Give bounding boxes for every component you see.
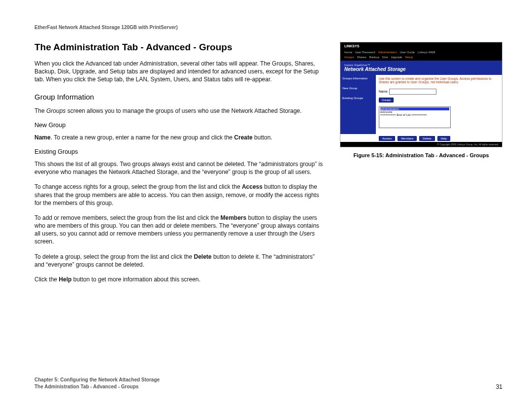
subtab-disk: Disk (382, 56, 388, 59)
tab-user-password: User Password (355, 51, 375, 54)
figure-screenshot: LINKSYS Home User Password Administratio… (340, 42, 502, 147)
figure-listbox: administrators everyone ========= End of… (379, 106, 451, 128)
figure-name-input (389, 89, 436, 95)
text: Click the (34, 276, 59, 283)
sidebar-existing-groups: Existing Groups (342, 97, 374, 100)
figure-bottom-buttons: Access Members Delete Help (340, 134, 502, 142)
new-group-paragraph: Name. To create a new group, enter a nam… (34, 134, 325, 141)
figure-column: LINKSYS Home User Password Administratio… (340, 42, 502, 158)
figure-sub-tabs: Groups Shares Backup Disk Upgrade Setup (340, 55, 502, 61)
subtab-groups: Groups (344, 56, 354, 59)
groups-italic: Groups (46, 107, 66, 114)
text: The (34, 107, 46, 114)
delete-bold: Delete (194, 253, 212, 260)
page-footer: Chapter 5: Configuring the Network Attac… (34, 377, 502, 390)
sidebar-groups-information: Groups Information (342, 77, 374, 80)
product-header: EtherFast Network Attached Storage 120GB… (34, 25, 502, 30)
subtab-shares: Shares (357, 56, 366, 59)
tab-linksys-web: Linksys WEB (418, 51, 435, 54)
figure-create-button: Create (379, 98, 394, 103)
tab-user-guide: User Guide (400, 51, 415, 54)
existing-paragraph-1: This shows the list of all groups. Two g… (34, 160, 325, 176)
figure-help-button: Help (437, 136, 450, 141)
intro-paragraph: When you click the Advanced tab under Ad… (34, 60, 325, 84)
figure-delete-button: Delete (419, 136, 434, 141)
figure-hero: Instant GigaDrive™ Network Attached Stor… (340, 61, 502, 75)
subtab-backup: Backup (369, 56, 379, 59)
figure-top-tabs: Home User Password Administration User G… (340, 50, 502, 55)
sidebar-new-group: New Group (342, 87, 374, 90)
text: screen. (34, 238, 54, 245)
text: To delete a group, select the group from… (34, 253, 194, 260)
section-group-info: Group Information (34, 93, 325, 101)
text: button to get more information about thi… (71, 276, 200, 283)
help-paragraph: Click the Help button to get more inform… (34, 275, 325, 283)
subtab-upgrade: Upgrade (391, 56, 402, 59)
text: . To create a new group, enter a name fo… (51, 134, 234, 141)
users-italic: Users (299, 230, 315, 237)
figure-sidebar: Groups Information New Group Existing Gr… (340, 75, 376, 134)
existing-paragraph-4: To delete a group, select the group from… (34, 253, 325, 269)
figure-access-button: Access (379, 136, 395, 141)
members-bold: Members (221, 214, 247, 221)
list-item-end: ========= End of List ========= (380, 113, 449, 116)
page-number: 31 (496, 383, 502, 390)
existing-paragraph-2: To change access rights for a group, sel… (34, 183, 325, 207)
hero-big: Network Attached Storage (344, 67, 498, 72)
subsection-new-group: New Group (34, 122, 325, 129)
tab-administration: Administration (378, 51, 397, 54)
figure-caption: Figure 5-15: Administration Tab - Advanc… (340, 152, 502, 158)
figure-name-label: Name: (379, 90, 388, 93)
figure-brand: LINKSYS (344, 44, 359, 48)
existing-paragraph-3: To add or remove members, select the gro… (34, 214, 325, 246)
main-column: The Administration Tab - Advanced - Grou… (34, 42, 325, 290)
text: To add or remove members, select the gro… (34, 214, 221, 221)
figure-copyright: © Copyright 2003 Linksys Group, Inc. All… (340, 142, 502, 147)
figure-main: Use this screen to create and organize t… (376, 75, 502, 134)
figure-hint-text: Use this screen to create and organize t… (379, 77, 499, 84)
text: To change access rights for a group, sel… (34, 183, 242, 190)
footer-chapter: Chapter 5: Configuring the Network Attac… (34, 377, 160, 383)
text: screen allows you to manage the groups o… (66, 107, 301, 114)
group-info-paragraph: The Groups screen allows you to manage t… (34, 107, 325, 115)
name-bold: Name (34, 134, 51, 141)
access-bold: Access (242, 183, 263, 190)
create-bold: Create (234, 134, 252, 141)
subsection-existing-groups: Existing Groups (34, 148, 325, 155)
figure-members-button: Members (398, 136, 417, 141)
page-title: The Administration Tab - Advanced - Grou… (34, 42, 325, 53)
footer-sub: The Administration Tab - Advanced - Grou… (34, 383, 160, 390)
help-bold: Help (59, 276, 71, 283)
text: button. (253, 134, 272, 141)
subtab-setup: Setup (405, 56, 413, 59)
tab-home: Home (344, 51, 352, 54)
